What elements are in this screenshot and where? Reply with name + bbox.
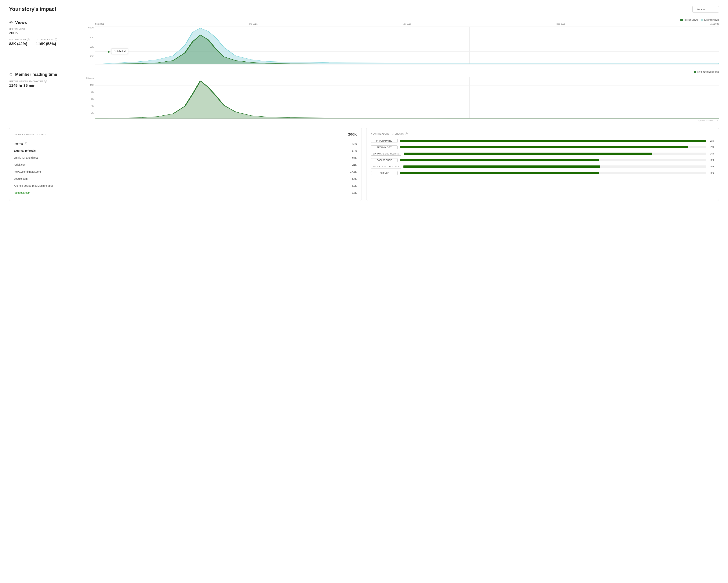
interest-bar-datascience [400,159,706,161]
interest-bar-fill-datascience [400,159,599,161]
reading-chart-wrap: Minutes 10K 8K 6K 4K 2K [86,77,719,118]
traffic-hn-label: news.ycombinator.com [14,170,41,173]
traffic-internal-label: Internal ? [14,142,27,145]
y-10k: 10K [90,55,94,57]
y-label-views: Views [88,27,94,29]
external-views-help[interactable]: ? [55,38,57,41]
reading-stat-value: 1145 hr 35 min [9,83,81,88]
ry-6k: 6K [91,98,94,100]
internal-views-block: INTERNAL VIEWS ? 83K (42%) [9,38,30,46]
page-header: Your story's impact Lifetime ⌄ [9,6,719,12]
interests-panel: YOUR READERS' INTERESTS ? PROGRAMMING 17… [366,128,719,201]
ry-10k: 10K [90,84,94,86]
interest-tag-datascience: DATA SCIENCE [371,158,397,162]
reading-header: ⏱ Member reading time [9,72,81,77]
external-views-label: EXTERNAL VIEWS ? [36,38,57,41]
x-label-dec: Dec 2021 [556,23,565,25]
traffic-android-label: Android device (not Medium app) [14,184,53,187]
external-views-block: EXTERNAL VIEWS ? 116K (58%) [36,38,57,46]
views-header: 👁 Views [9,20,81,25]
reading-help-icon[interactable]: ? [44,80,47,83]
traffic-reddit-label: reddit.com [14,163,26,166]
interest-tag-programming: PROGRAMMING [371,139,397,143]
traffic-panel-title: VIEWS BY TRAFFIC SOURCE 200K [14,132,357,136]
y-30k: 30K [90,36,94,39]
x-label-jan: Jan 2022 [710,23,719,25]
traffic-panel-total: 200K [348,132,357,136]
interest-bar-fill-software [404,153,652,155]
interests-panel-title: YOUR READERS' INTERESTS ? [371,132,714,135]
views-left: 👁 Views LIFETIME VIEWS 200K INTERNAL VIE… [9,19,81,64]
interest-pct-technology: 16% [708,146,714,149]
internal-traffic-help[interactable]: ? [25,142,27,145]
interest-tag-technology: TECHNOLOGY [371,145,397,149]
traffic-hn-value: 17.3K [350,170,357,173]
ry-4k: 4K [91,105,94,107]
traffic-email-label: email, IM, and direct [14,156,38,159]
lifetime-dropdown[interactable]: Lifetime ⌄ [692,6,719,12]
reading-svg [95,77,719,118]
interest-bar-fill-science [400,172,599,174]
ry-2k: 2K [91,112,94,114]
internal-legend-box [680,19,683,21]
views-svg [95,27,719,64]
interest-science: SCIENCE 11% [371,171,714,175]
views-x-axis: Sep 2021 Oct 2021 Nov 2021 Dec 2021 Jan … [86,23,719,26]
internal-views-value: 83K (42%) [9,42,30,46]
traffic-row-google: google.com 6.4K [14,175,357,182]
internal-legend-label: Internal views [684,19,698,21]
external-legend-label: External views [704,19,719,21]
interest-bar-programming [400,140,706,142]
interest-pct-software: 14% [708,152,714,155]
lifetime-views-label: LIFETIME VIEWS [9,28,81,30]
lifetime-views-value: 200K [9,31,81,35]
reading-right: Member reading time Minutes 10K 8K 6K 4K… [86,71,719,122]
traffic-panel: VIEWS BY TRAFFIC SOURCE 200K Internal ? … [9,128,362,201]
traffic-external-value: 57% [352,149,357,152]
views-stats-row: INTERNAL VIEWS ? 83K (42%) EXTERNAL VIEW… [9,38,81,46]
reading-chart-area [95,77,719,118]
views-chart-legend: Internal views External views [86,19,719,21]
interests-help-icon[interactable]: ? [405,132,408,135]
internal-views-help[interactable]: ? [27,38,30,41]
distributed-tooltip: Distributed [111,48,128,54]
traffic-row-reddit: reddit.com 21K [14,161,357,168]
interest-bar-software [404,153,706,155]
reading-time-section: ⏱ Member reading time LIFETIME MEMBER RE… [9,71,719,122]
x-label-sep: Sep 2021 [95,23,104,25]
reading-stat-label: LIFETIME MEMBER READING TIME ? [9,80,81,83]
internal-views-legend: Internal views [680,19,698,21]
ry-label: Minutes [86,77,94,79]
reading-left: ⏱ Member reading time LIFETIME MEMBER RE… [9,71,81,122]
interest-tag-science: SCIENCE [371,171,397,175]
reading-legend: Member reading time [86,71,719,73]
traffic-facebook-value: 1.8K [352,191,357,194]
eye-icon: 👁 [9,21,13,25]
traffic-google-label: google.com [14,177,27,180]
distributed-dot [108,51,110,53]
views-chart-wrap: Views 30K 20K 10K [86,27,719,64]
interest-bar-fill-technology [400,146,688,149]
traffic-row-external: External referrals 57% [14,147,357,154]
interests-title-text: YOUR READERS' INTERESTS [371,133,404,135]
traffic-facebook-label[interactable]: facebook.com [14,191,30,194]
traffic-android-value: 3.2K [352,184,357,187]
interest-tag-ai: ARTIFICIAL INTELLIGENCE [371,165,401,168]
vgrid-5 [719,27,719,64]
traffic-row-hn: news.ycombinator.com 17.3K [14,168,357,175]
traffic-reddit-value: 21K [352,163,357,166]
views-title: Views [15,20,27,25]
interest-programming: PROGRAMMING 17% [371,139,714,143]
x-label-nov: Nov 2021 [402,23,411,25]
interest-tag-software: SOFTWARE ENGINEERING [371,152,401,156]
external-views-value: 116K (58%) [36,42,57,46]
member-legend-label: Member reading time [698,71,719,73]
interest-ai: ARTIFICIAL INTELLIGENCE 11% [371,165,714,168]
interest-bar-technology [400,146,706,149]
member-legend-box [694,71,696,73]
traffic-row-facebook: facebook.com 1.8K [14,189,357,196]
interest-pct-science: 11% [708,172,714,175]
interest-pct-ai: 11% [708,165,714,168]
interest-datascience: DATA SCIENCE 11% [371,158,714,162]
interest-technology: TECHNOLOGY 16% [371,145,714,149]
